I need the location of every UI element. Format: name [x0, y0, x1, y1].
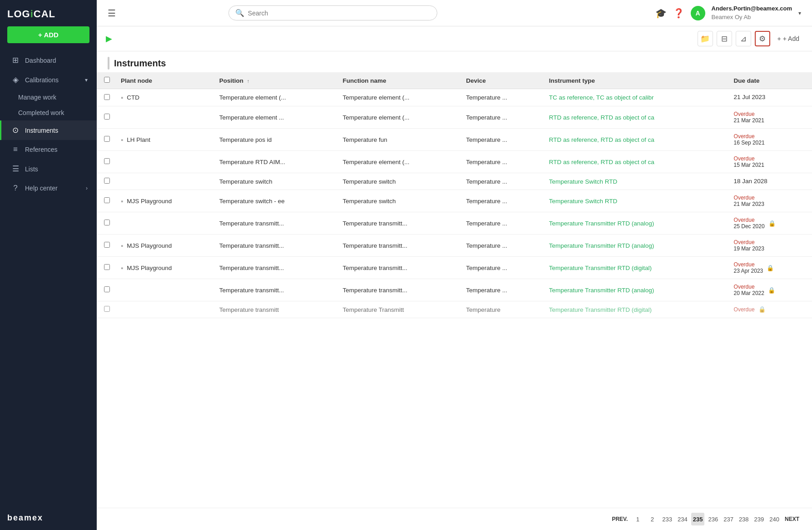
page-title-bar: Instruments	[97, 51, 812, 72]
cell-instrument-type[interactable]: RTD as reference, RTD as object of ca	[544, 129, 728, 151]
row-checkbox[interactable]	[104, 286, 110, 292]
cell-plant-node	[115, 173, 214, 190]
sidebar-item-label: Calibrations	[25, 76, 59, 84]
page-btn-237[interactable]: 237	[722, 513, 735, 525]
col-plant-node[interactable]: Plant node	[115, 72, 214, 89]
graduation-icon[interactable]: 🎓	[655, 8, 667, 19]
sidebar-item-dashboard[interactable]: ⊞ Dashboard	[0, 50, 97, 70]
sidebar-item-completed-work[interactable]: Completed work	[0, 105, 97, 120]
instruments-table: Plant node Position ↑ Function name Devi…	[97, 72, 812, 318]
select-all-header[interactable]	[97, 72, 115, 89]
page-btn-1[interactable]: 1	[631, 513, 644, 525]
hamburger-menu-icon[interactable]: ☰	[108, 8, 116, 19]
row-checkbox[interactable]	[104, 114, 110, 120]
cell-instrument-type[interactable]: Temperature Transmitter RTD (digital)	[544, 301, 728, 318]
cell-due-date: Overdue19 Mar 2023	[728, 235, 812, 256]
cell-due-date: Overdue23 Apr 2023🔒	[728, 257, 812, 279]
cell-instrument-type[interactable]: Temperature Transmitter RTD (analog)	[544, 212, 728, 235]
cell-position: Temperature element (...	[214, 89, 337, 106]
table-row: Temperature transmitt...Temperature tran…	[97, 279, 812, 301]
page-btn-235[interactable]: 235	[691, 513, 705, 525]
cell-due-date: Overdue21 Mar 2023	[728, 190, 812, 212]
cell-instrument-type[interactable]: Temperature Switch RTD	[544, 190, 728, 212]
search-input[interactable]	[248, 10, 431, 17]
page-btn-239[interactable]: 239	[753, 513, 766, 525]
row-checkbox[interactable]	[104, 264, 110, 270]
sidebar-item-lists[interactable]: ☰ Lists	[0, 159, 97, 179]
cell-plant-node	[115, 151, 214, 173]
table-row: Temperature transmitt...Temperature tran…	[97, 212, 812, 235]
cell-due-date: Overdue15 Mar 2021	[728, 151, 812, 173]
pagination: PREV. 1 2 233 234 235 236 237 238 239 24…	[97, 508, 812, 530]
folder-icon: ▪	[121, 197, 123, 205]
row-checkbox[interactable]	[104, 306, 110, 312]
next-button[interactable]: NEXT	[783, 513, 801, 525]
cell-position: Temperature transmitt...	[214, 212, 337, 235]
cell-instrument-type[interactable]: RTD as reference, RTD as object of ca	[544, 106, 728, 129]
help-icon: ?	[10, 184, 20, 193]
col-function-name[interactable]: Function name	[337, 72, 460, 89]
col-device[interactable]: Device	[460, 72, 543, 89]
prev-button[interactable]: PREV.	[610, 513, 629, 525]
row-checkbox[interactable]	[104, 136, 110, 142]
table-row: Temperature RTD AIM...Temperature elemen…	[97, 151, 812, 173]
user-info: Anders.Portin@beamex.com Beamex Oy Ab	[712, 5, 792, 21]
cell-instrument-type[interactable]: Temperature Switch RTD	[544, 173, 728, 190]
cell-due-date: Overdue20 Mar 2022🔒	[728, 279, 812, 301]
sidebar-item-instruments[interactable]: ⊙ Instruments	[0, 120, 97, 140]
add-item-button[interactable]: + + Add	[774, 33, 803, 44]
col-position[interactable]: Position ↑	[214, 72, 337, 89]
cell-instrument-type[interactable]: Temperature Transmitter RTD (digital)	[544, 257, 728, 279]
sidebar-item-manage-work[interactable]: Manage work	[0, 90, 97, 105]
sidebar-item-help-center[interactable]: ? Help center ›	[0, 179, 97, 198]
col-instrument-type[interactable]: Instrument type	[544, 72, 728, 89]
page-title: Instruments	[114, 58, 166, 69]
page-btn-233[interactable]: 233	[660, 513, 674, 525]
folder-icon: ▪	[121, 242, 123, 250]
settings-button[interactable]: ⚙	[755, 31, 770, 46]
cell-instrument-type[interactable]: Temperature Transmitter RTD (analog)	[544, 235, 728, 257]
col-due-date[interactable]: Due date	[728, 72, 812, 89]
cell-instrument-type[interactable]: RTD as reference, RTD as object of ca	[544, 151, 728, 173]
expand-panel-icon[interactable]: ▶	[106, 34, 112, 44]
sidebar-item-calibrations[interactable]: ◈ Calibrations ▾	[0, 70, 97, 90]
row-checkbox[interactable]	[104, 178, 110, 184]
cell-due-date: Overdue🔒	[728, 301, 812, 317]
lock-icon: 🔒	[768, 220, 776, 227]
help-circle-icon[interactable]: ❓	[673, 8, 684, 19]
cell-due-date: 18 Jan 2028	[728, 173, 812, 189]
sidebar-item-references[interactable]: ≡ References	[0, 140, 97, 159]
search-bar[interactable]: 🔍	[228, 5, 437, 20]
filter-button[interactable]: ⊿	[736, 31, 751, 46]
cell-plant-node: ▪LH Plant	[115, 129, 214, 151]
user-dropdown-icon[interactable]: ▾	[798, 10, 801, 16]
calibrations-icon: ◈	[10, 75, 20, 85]
cell-instrument-type[interactable]: TC as reference, TC as object of calibr	[544, 89, 728, 106]
table-row: ▪MJS PlaygroundTemperature switch - eeTe…	[97, 190, 812, 212]
hierarchy-view-button[interactable]: ⊟	[717, 31, 732, 46]
row-checkbox[interactable]	[104, 94, 110, 100]
page-btn-2[interactable]: 2	[646, 513, 659, 525]
page-btn-236[interactable]: 236	[706, 513, 720, 525]
row-checkbox[interactable]	[104, 197, 110, 203]
page-btn-240[interactable]: 240	[767, 513, 781, 525]
folder-view-button[interactable]: 📁	[698, 31, 713, 46]
row-checkbox[interactable]	[104, 158, 110, 164]
header: ☰ 🔍 🎓 ❓ A Anders.Portin@beamex.com Beame…	[97, 0, 812, 26]
page-btn-238[interactable]: 238	[737, 513, 751, 525]
row-checkbox[interactable]	[104, 242, 110, 248]
cell-position: Temperature switch	[214, 173, 337, 190]
logo: LOGiCAL	[0, 0, 97, 26]
references-icon: ≡	[10, 145, 20, 154]
instruments-table-container[interactable]: Plant node Position ↑ Function name Devi…	[97, 72, 812, 508]
row-checkbox[interactable]	[104, 220, 110, 225]
cell-device: Temperature ...	[460, 106, 543, 129]
add-button[interactable]: + ADD	[7, 26, 89, 43]
sidebar-item-label: Help center	[25, 185, 58, 192]
page-btn-234[interactable]: 234	[676, 513, 689, 525]
cell-device: Temperature ...	[460, 173, 543, 190]
select-all-checkbox[interactable]	[104, 77, 110, 83]
hierarchy-icon: ⊟	[721, 34, 728, 44]
cell-instrument-type[interactable]: Temperature Transmitter RTD (analog)	[544, 279, 728, 301]
folder-icon: ▪	[121, 264, 123, 272]
